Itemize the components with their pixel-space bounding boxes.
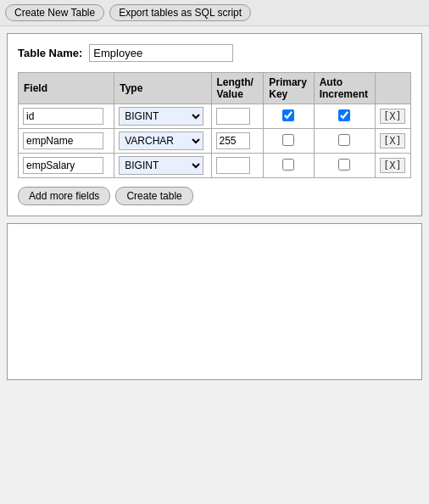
delete-cell: [X] xyxy=(376,104,411,129)
field-name-input[interactable] xyxy=(23,157,103,174)
fields-table: Field Type Length/ Value Primary Key Aut… xyxy=(18,72,411,178)
delete-row-button[interactable]: [X] xyxy=(380,133,405,148)
table-creator-panel: Table Name: Field Type Length/ Value Pri… xyxy=(7,33,422,216)
primary-key-cell xyxy=(264,129,314,154)
col-header-auto: Auto Increment xyxy=(314,73,375,104)
col-header-field: Field xyxy=(19,73,114,104)
auto-increment-cell xyxy=(314,154,375,178)
auto-increment-cell xyxy=(314,129,375,154)
delete-row-button[interactable]: [X] xyxy=(380,109,405,124)
create-new-table-button[interactable]: Create New Table xyxy=(5,4,104,21)
col-header-delete xyxy=(376,73,411,104)
col-header-length: Length/ Value xyxy=(211,73,264,104)
primary-key-checkbox[interactable] xyxy=(282,134,294,146)
create-table-button[interactable]: Create table xyxy=(115,187,192,205)
delete-cell: [X] xyxy=(376,154,411,178)
primary-key-checkbox[interactable] xyxy=(282,109,294,121)
bottom-panel xyxy=(7,223,422,380)
table-row: INTBIGINTVARCHARTEXTFLOATDOUBLEDATEDATET… xyxy=(19,104,411,129)
table-row: INTBIGINTVARCHARTEXTFLOATDOUBLEDATEDATET… xyxy=(19,154,411,178)
action-buttons: Add more fields Create table xyxy=(18,187,411,205)
main-content: Table Name: Field Type Length/ Value Pri… xyxy=(0,26,429,394)
length-input[interactable] xyxy=(216,108,250,125)
type-select[interactable]: INTBIGINTVARCHARTEXTFLOATDOUBLEDATEDATET… xyxy=(119,107,203,126)
primary-key-cell xyxy=(264,154,314,178)
delete-row-button[interactable]: [X] xyxy=(380,158,405,173)
table-name-input[interactable] xyxy=(89,44,233,62)
col-header-type: Type xyxy=(114,73,211,104)
type-select[interactable]: INTBIGINTVARCHARTEXTFLOATDOUBLEDATEDATET… xyxy=(119,156,203,175)
top-bar: Create New Table Export tables as SQL sc… xyxy=(0,0,429,26)
table-name-row: Table Name: xyxy=(18,44,411,62)
field-name-input[interactable] xyxy=(23,108,103,125)
add-more-fields-button[interactable]: Add more fields xyxy=(18,187,110,205)
auto-increment-checkbox[interactable] xyxy=(338,134,350,146)
length-input[interactable] xyxy=(216,132,250,149)
auto-increment-checkbox[interactable] xyxy=(338,159,350,171)
primary-key-cell xyxy=(264,104,314,129)
table-name-label: Table Name: xyxy=(18,47,82,59)
delete-cell: [X] xyxy=(376,129,411,154)
primary-key-checkbox[interactable] xyxy=(282,159,294,171)
field-name-input[interactable] xyxy=(23,132,103,149)
col-header-primary: Primary Key xyxy=(264,73,314,104)
auto-increment-checkbox[interactable] xyxy=(338,109,350,121)
export-sql-button[interactable]: Export tables as SQL script xyxy=(109,4,251,21)
type-select[interactable]: INTBIGINTVARCHARTEXTFLOATDOUBLEDATEDATET… xyxy=(119,132,203,150)
length-input[interactable] xyxy=(216,157,250,174)
auto-increment-cell xyxy=(314,104,375,129)
table-row: INTBIGINTVARCHARTEXTFLOATDOUBLEDATEDATET… xyxy=(19,129,411,154)
